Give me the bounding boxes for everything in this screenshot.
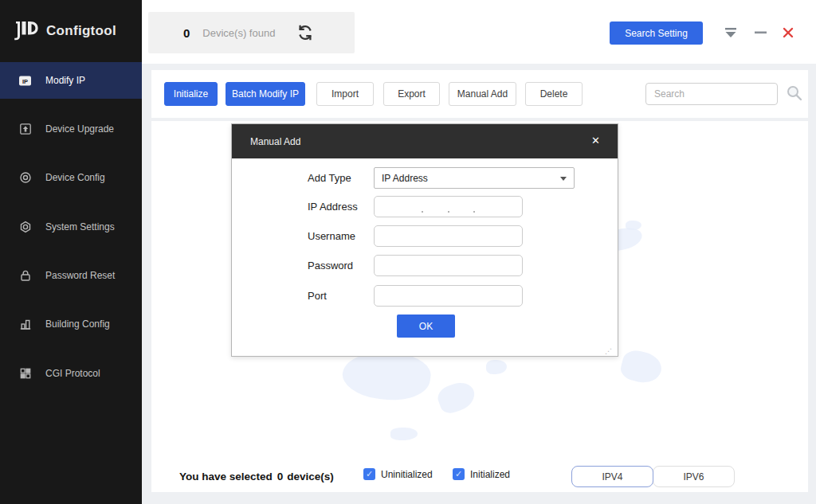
ip-address-label: IP Address: [308, 196, 358, 217]
brand-logo-icon: [13, 20, 38, 42]
uninitialized-checkbox[interactable]: ✓: [363, 468, 375, 480]
sidebar-item-building-config[interactable]: Building Config: [0, 306, 142, 342]
gear-icon: [18, 221, 32, 234]
username-label: Username: [308, 225, 355, 247]
sidebar-item-label: Device Config: [45, 172, 105, 183]
building-chart-icon: [18, 318, 32, 331]
svg-text:IP: IP: [22, 77, 28, 84]
sidebar-item-label: Modify IP: [45, 75, 85, 86]
delete-button[interactable]: Delete: [525, 82, 583, 106]
batch-modify-ip-button[interactable]: Batch Modify IP: [226, 82, 305, 106]
import-button[interactable]: Import: [316, 82, 374, 106]
selection-summary: You have selected 0 device(s): [179, 466, 334, 487]
manual-add-button[interactable]: Manual Add: [449, 82, 516, 106]
initialized-checkbox[interactable]: ✓: [453, 468, 465, 480]
grid-icon: [18, 367, 32, 381]
username-input[interactable]: [374, 225, 523, 247]
toolbar: Initialize Batch Modify IP Import Export…: [151, 70, 808, 118]
refresh-icon: [296, 24, 314, 41]
device-found-label: Device(s) found: [202, 27, 275, 39]
sidebar-item-label: Device Upgrade: [45, 123, 114, 135]
map-watermark: [390, 428, 418, 440]
target-icon: [18, 171, 32, 185]
sidebar-item-label: Building Config: [45, 318, 110, 330]
sidebar-item-label: CGI Protocol: [45, 368, 100, 379]
lock-icon: [18, 269, 32, 283]
add-type-select[interactable]: IP Address: [374, 167, 575, 189]
sidebar-item-cgi-protocol[interactable]: CGI Protocol: [0, 355, 142, 392]
password-input[interactable]: [374, 255, 523, 276]
upgrade-icon: [18, 123, 32, 136]
ip-badge-icon: IP: [18, 74, 32, 88]
search-icon[interactable]: [786, 84, 803, 102]
collapse-button[interactable]: [723, 26, 739, 39]
close-icon: [783, 27, 794, 38]
dialog-close-icon[interactable]: ✕: [591, 135, 600, 147]
sidebar-item-label: Password Reset: [45, 270, 115, 281]
minimize-icon: [755, 31, 767, 34]
ipv6-toggle-button[interactable]: IPV6: [653, 466, 735, 487]
ipv4-toggle-button[interactable]: IPV4: [571, 466, 653, 487]
selection-summary-prefix: You have selected: [179, 471, 273, 483]
sidebar-item-password-reset[interactable]: Password Reset: [0, 257, 142, 294]
device-found-chip: 0 Device(s) found: [148, 12, 355, 53]
uninitialized-label: Uninitialized: [381, 469, 433, 480]
dialog-title: Manual Add: [250, 136, 300, 147]
brand: Configtool: [0, 0, 142, 62]
search-setting-button[interactable]: Search Setting: [610, 21, 703, 45]
uninitialized-checkbox-group[interactable]: ✓ Uninitialized: [363, 468, 433, 480]
sidebar-item-modify-ip[interactable]: IP Modify IP: [0, 62, 142, 99]
title-bar: 0 Device(s) found Search Setting: [142, 0, 816, 64]
initialized-label: Initialized: [470, 469, 510, 480]
map-watermark: [618, 348, 665, 387]
map-watermark: [435, 378, 479, 416]
sidebar-item-label: System Settings: [45, 221, 115, 232]
manual-add-dialog-header[interactable]: Manual Add ✕: [232, 124, 618, 158]
password-label: Password: [308, 255, 353, 276]
sidebar: Configtool IP Modify IP Device Upgrade D…: [0, 0, 142, 504]
configtool-window: 0 Device(s) found Search Setting: [0, 0, 816, 504]
sidebar-item-device-upgrade[interactable]: Device Upgrade: [0, 111, 142, 147]
sidebar-item-device-config[interactable]: Device Config: [0, 159, 142, 196]
brand-name: Configtool: [46, 23, 116, 39]
ok-button[interactable]: OK: [397, 315, 455, 338]
port-input[interactable]: [374, 285, 523, 307]
sidebar-item-system-settings[interactable]: System Settings: [0, 209, 142, 245]
close-window-button[interactable]: [780, 26, 796, 39]
chevron-down-icon: [560, 177, 567, 181]
selection-count: 0: [277, 471, 284, 483]
manual-add-dialog: Manual Add ✕ Add Type IP Address IP Addr…: [231, 123, 618, 357]
refresh-button[interactable]: [296, 23, 315, 42]
add-type-label: Add Type: [308, 167, 351, 189]
device-count: 0: [183, 26, 190, 40]
collapse-icon: [724, 27, 738, 38]
ip-address-input[interactable]: [374, 196, 523, 217]
map-watermark: [626, 221, 641, 230]
export-button[interactable]: Export: [383, 82, 440, 106]
add-type-value: IP Address: [382, 173, 428, 184]
selection-summary-suffix: device(s): [287, 471, 334, 483]
map-watermark: [486, 360, 507, 374]
resize-grip[interactable]: ⋰: [605, 347, 616, 355]
minimize-button[interactable]: [752, 26, 768, 39]
initialize-button[interactable]: Initialize: [164, 82, 218, 106]
search-input[interactable]: [645, 83, 778, 105]
port-label: Port: [308, 285, 327, 307]
initialized-checkbox-group[interactable]: ✓ Initialized: [453, 468, 510, 480]
